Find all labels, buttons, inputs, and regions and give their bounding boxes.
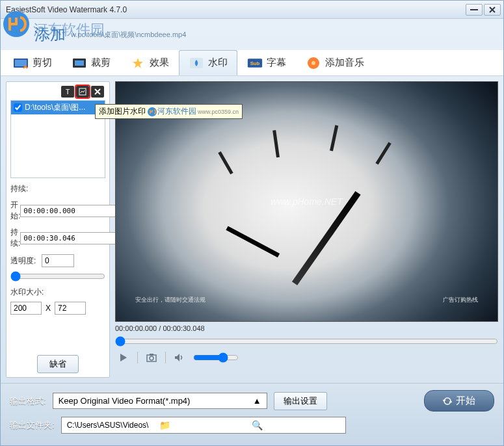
volume-slider[interactable] — [193, 352, 239, 363]
start-label: 开始: — [10, 200, 20, 222]
play-button[interactable] — [118, 352, 129, 363]
crop-icon — [72, 57, 87, 70]
default-button[interactable]: 缺省 — [37, 355, 79, 373]
search-icon[interactable]: 🔍 — [252, 420, 340, 430]
tab-subtitle[interactable]: Sub 字幕 — [237, 50, 296, 75]
tab-label: 添加音乐 — [325, 57, 364, 69]
cut-icon — [13, 57, 29, 70]
height-input[interactable] — [55, 302, 86, 315]
minimize-button[interactable] — [466, 4, 483, 16]
titlebar: EasiestSoft Video Watermark 4.7.0 — [1, 1, 503, 19]
list-item[interactable]: D:\tools\桌面\图... — [11, 101, 105, 114]
format-label: 输出格式: — [10, 395, 46, 407]
svg-text:Sub: Sub — [250, 60, 260, 66]
list-item-path: D:\tools\桌面\图... — [25, 102, 85, 113]
start-button-label: 开始 — [456, 395, 475, 407]
tab-music[interactable]: 添加音乐 — [296, 50, 374, 75]
preview-sub-left: 安全出行，请随时交通法规 — [135, 296, 206, 304]
playback-controls — [115, 347, 498, 369]
brand-overlay: 河东软件园 — [33, 20, 105, 40]
tab-effect[interactable]: 效果 — [120, 50, 179, 75]
watermark-icon — [189, 57, 204, 70]
tooltip-text: 添加图片水印 — [99, 106, 146, 117]
brand-icon — [147, 107, 157, 117]
effect-icon — [130, 57, 146, 70]
add-text-watermark-button[interactable]: T — [61, 86, 74, 98]
preview-sub-right: 广告订购热线 — [443, 296, 478, 304]
preview-subtitle-row: 安全出行，请随时交通法规 广告订购热线 — [116, 296, 497, 304]
tooltip-brand: 河东软件园 www.pc0359.cn — [147, 106, 239, 117]
tooltip: 添加图片水印 河东软件园 www.pc0359.cn — [95, 104, 243, 119]
folder-label: 输出文件夹: — [10, 419, 55, 431]
volume-button[interactable] — [174, 352, 185, 363]
subtitle-icon: Sub — [247, 57, 263, 70]
output-folder-value: C:\Users\ASUS\Videos\ — [67, 421, 155, 430]
opacity-input[interactable] — [42, 254, 74, 267]
bottom-bar: 输出格式: Keep Original Video Format(*.mp4) … — [1, 383, 503, 445]
refresh-icon — [443, 397, 452, 406]
svg-rect-5 — [75, 60, 84, 66]
watermark-list[interactable]: D:\tools\桌面\图... — [10, 100, 105, 178]
divider — [137, 352, 138, 363]
app-window: EasiestSoft Video Watermark 4.7.0 河东软件园 … — [0, 0, 504, 446]
snapshot-button[interactable] — [146, 352, 157, 363]
end-label: 持续: — [10, 227, 20, 249]
add-image-watermark-button[interactable] — [76, 86, 89, 98]
tab-cut[interactable]: 剪切 — [3, 50, 62, 75]
size-label: 水印大小: — [10, 287, 44, 298]
header-row: 河东软件园 添加 w.pc\tools\桌面\视频\ncmbdeee.mp4 — [1, 19, 503, 50]
tab-watermark[interactable]: 水印 — [179, 50, 237, 75]
music-icon — [306, 57, 321, 70]
output-folder-field[interactable]: C:\Users\ASUS\Videos\ 📁 🔍 — [61, 417, 346, 434]
format-select[interactable]: Keep Original Video Format(*.mp4) ▲ — [53, 393, 267, 409]
output-settings-button[interactable]: 输出设置 — [274, 392, 327, 410]
tab-bar: 剪切 裁剪 效果 水印 Sub 字幕 添加音乐 — [1, 50, 503, 76]
svg-rect-14 — [150, 354, 153, 356]
tab-label: 效果 — [150, 57, 169, 69]
tab-label: 裁剪 — [91, 57, 111, 69]
tab-label: 字幕 — [267, 57, 286, 69]
end-time-input[interactable] — [20, 232, 122, 244]
remove-watermark-button[interactable] — [91, 86, 104, 98]
svg-point-13 — [150, 356, 153, 360]
app-logo-icon — [2, 10, 31, 38]
format-value: Keep Original Video Format(*.mp4) — [59, 396, 191, 406]
size-x-label: X — [46, 304, 51, 313]
chevron-up-icon: ▲ — [253, 396, 261, 406]
tab-crop[interactable]: 裁剪 — [62, 50, 120, 75]
main-area: T D:\tools\桌面\图... 持续: 开始: 持续: — [1, 76, 503, 383]
window-title: EasiestSoft Video Watermark 4.7.0 — [3, 5, 464, 14]
width-input[interactable] — [10, 302, 42, 315]
time-display: 00:00:00.000 / 00:00:30.048 — [115, 322, 498, 335]
tab-label: 水印 — [208, 57, 228, 69]
preview-watermark-text: www.pHome.NET — [271, 196, 342, 207]
seek-slider[interactable] — [115, 336, 498, 347]
divider — [165, 352, 166, 363]
right-panel: www.pHome.NET 安全出行，请随时交通法规 广告订购热线 00:00:… — [115, 81, 498, 378]
close-button[interactable] — [484, 4, 501, 16]
duration-row: 持续: — [10, 183, 105, 194]
start-button[interactable]: 开始 — [424, 390, 494, 412]
svg-point-10 — [312, 61, 315, 65]
list-item-checkbox[interactable] — [14, 103, 22, 112]
left-panel: T D:\tools\桌面\图... 持续: 开始: 持续: — [6, 81, 110, 378]
duration-label: 持续: — [10, 183, 39, 194]
folder-icon[interactable]: 📁 — [159, 420, 248, 430]
tab-label: 剪切 — [33, 57, 52, 69]
opacity-slider[interactable] — [10, 271, 105, 282]
watermark-toolbar: T — [10, 86, 105, 98]
svg-rect-3 — [15, 60, 27, 66]
opacity-label: 透明度: — [10, 256, 39, 267]
start-time-input[interactable] — [20, 205, 122, 217]
svg-rect-0 — [470, 9, 478, 10]
